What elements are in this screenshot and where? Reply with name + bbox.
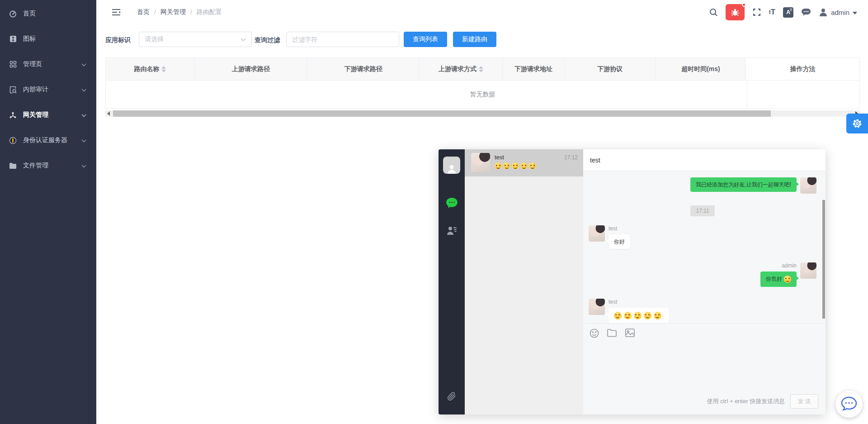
header-actions: tT A文 admin bbox=[709, 4, 868, 20]
auth-server-icon bbox=[9, 137, 17, 144]
user-menu[interactable]: admin bbox=[819, 8, 857, 17]
translate-icon[interactable]: A文 bbox=[783, 7, 793, 18]
contact-time: 17:12 bbox=[564, 153, 578, 176]
message-author: admin bbox=[782, 262, 797, 269]
chat-launcher-icon bbox=[841, 396, 857, 412]
emoji-picker-icon[interactable] bbox=[590, 329, 599, 338]
emoji-face bbox=[654, 312, 661, 319]
send-button[interactable]: 发 送 bbox=[790, 394, 818, 409]
breadcrumb-gateway[interactable]: 网关管理 bbox=[160, 8, 186, 16]
contact-item-test[interactable]: test 17:12 bbox=[465, 149, 583, 176]
contact-avatar bbox=[471, 153, 490, 172]
chat-launcher-button[interactable] bbox=[835, 391, 863, 418]
contact-list: test 17:12 bbox=[465, 149, 583, 414]
emoji-face bbox=[512, 162, 519, 169]
breadcrumb-home[interactable]: 首页 bbox=[137, 8, 150, 16]
sidebar-item-home[interactable]: 首页 bbox=[0, 1, 96, 26]
chevron-down-icon bbox=[81, 61, 86, 68]
select-placeholder: 请选择 bbox=[145, 35, 164, 43]
sidebar-item-icons[interactable]: 图标 bbox=[0, 26, 96, 52]
col-downstream-path: 下游请求路径 bbox=[307, 58, 420, 81]
emoji-face bbox=[634, 312, 642, 319]
create-route-button[interactable]: 新建路由 bbox=[453, 32, 496, 47]
chat-rail bbox=[439, 149, 465, 414]
chat-header: test bbox=[583, 149, 826, 171]
theme-settings-button[interactable] bbox=[846, 114, 868, 133]
avatar bbox=[800, 262, 816, 279]
breadcrumb-separator: / bbox=[154, 9, 156, 16]
time-divider: 17:11 bbox=[589, 205, 816, 216]
chat-bubble-icon[interactable] bbox=[446, 197, 458, 210]
emoji-face bbox=[624, 312, 632, 319]
contact-message-preview bbox=[495, 162, 564, 169]
timestamp-pill: 17:11 bbox=[690, 205, 714, 216]
user-avatar-icon bbox=[819, 8, 828, 17]
col-actions: 操作方法 bbox=[746, 58, 859, 81]
chat-title: test bbox=[590, 157, 600, 164]
bug-alert-button[interactable] bbox=[726, 4, 745, 20]
breadcrumb-separator: / bbox=[190, 9, 192, 16]
send-row: 使用 ctrl + enter 快捷发送消息 发 送 bbox=[583, 394, 826, 414]
sidebar-item-label: 图标 bbox=[23, 35, 36, 43]
query-list-button[interactable]: 查询列表 bbox=[404, 32, 447, 47]
sidebar-item-files[interactable]: 文件管理 bbox=[0, 153, 96, 178]
emoji-face bbox=[529, 162, 536, 169]
app-id-select[interactable]: 请选择 bbox=[139, 32, 252, 47]
send-hint: 使用 ctrl + enter 快捷发送消息 bbox=[707, 397, 785, 405]
col-downstream-protocol: 下游协议 bbox=[565, 58, 656, 81]
emoji-face bbox=[614, 312, 622, 319]
image-upload-icon[interactable] bbox=[625, 329, 635, 338]
filter-input[interactable] bbox=[286, 32, 399, 47]
fullscreen-icon[interactable] bbox=[752, 8, 761, 17]
chevron-down-icon bbox=[81, 86, 86, 93]
emoji-face bbox=[520, 162, 527, 169]
contacts-icon[interactable] bbox=[446, 226, 457, 238]
font-size-icon[interactable]: tT bbox=[769, 8, 775, 17]
sidebar-item-auth-server[interactable]: 身份认证服务器 bbox=[0, 128, 96, 153]
emoji-face bbox=[784, 276, 791, 283]
emoji-face bbox=[503, 162, 510, 169]
message-emoji bbox=[782, 276, 791, 282]
fixed-column-divider bbox=[747, 81, 747, 109]
audit-search-icon bbox=[9, 86, 17, 94]
emoji-face bbox=[644, 312, 651, 319]
message-bubble: 你也好 bbox=[760, 272, 797, 287]
message-author: test bbox=[609, 225, 617, 232]
col-upstream-method[interactable]: 上游请求方式 bbox=[420, 58, 503, 81]
profile-placeholder-icon[interactable] bbox=[443, 157, 460, 174]
paperclip-icon[interactable] bbox=[447, 392, 456, 403]
chat-scrollbar-thumb[interactable] bbox=[822, 200, 825, 319]
message-input[interactable] bbox=[583, 338, 826, 394]
username-label: admin bbox=[831, 9, 849, 16]
sidebar-item-gateway[interactable]: 网关管理 bbox=[0, 102, 96, 128]
chat-toolbar bbox=[583, 324, 826, 338]
col-timeout: 超时时间(ms) bbox=[656, 58, 746, 81]
collapse-menu-icon[interactable] bbox=[112, 9, 121, 16]
avatar bbox=[589, 225, 605, 242]
chevron-down-icon bbox=[81, 111, 86, 119]
sidebar-item-internal-audit[interactable]: 内部审计 bbox=[0, 77, 96, 102]
breadcrumb: 首页 / 网关管理 / 路由配置 bbox=[137, 8, 222, 16]
folder-upload-icon[interactable] bbox=[607, 329, 617, 338]
sort-icon[interactable] bbox=[479, 66, 483, 72]
gateway-nodes-icon bbox=[9, 111, 17, 119]
col-downstream-address: 下游请求地址 bbox=[503, 58, 565, 81]
sidebar-item-label: 管理页 bbox=[23, 60, 42, 68]
messages-icon[interactable] bbox=[801, 8, 811, 17]
breadcrumb-current: 路由配置 bbox=[197, 8, 222, 16]
scrollbar-thumb[interactable] bbox=[113, 110, 771, 117]
col-route-name[interactable]: 路由名称 bbox=[106, 58, 195, 81]
message-bubble: 我已经添加您为好友,让我们一起聊天吧! bbox=[690, 177, 797, 192]
message-list: 我已经添加您为好友,让我们一起聊天吧! 17:11 test 你好 admin … bbox=[583, 171, 826, 323]
table-header-row: 路由名称 上游请求路径 下游请求路径 上游请求方式 下游请求地址 下游协议 超时… bbox=[105, 57, 860, 81]
chevron-down-icon bbox=[81, 137, 86, 144]
sidebar-item-admin-pages[interactable]: 管理页 bbox=[0, 52, 96, 77]
search-icon[interactable] bbox=[709, 8, 718, 17]
chevron-down-icon bbox=[81, 162, 86, 169]
table-horizontal-scrollbar[interactable] bbox=[105, 110, 860, 117]
scroll-left-arrow-icon[interactable] bbox=[105, 110, 112, 117]
sort-icon[interactable] bbox=[161, 66, 166, 72]
notification-dot bbox=[742, 3, 746, 7]
emoji-face bbox=[495, 162, 501, 169]
avatar bbox=[800, 177, 816, 194]
